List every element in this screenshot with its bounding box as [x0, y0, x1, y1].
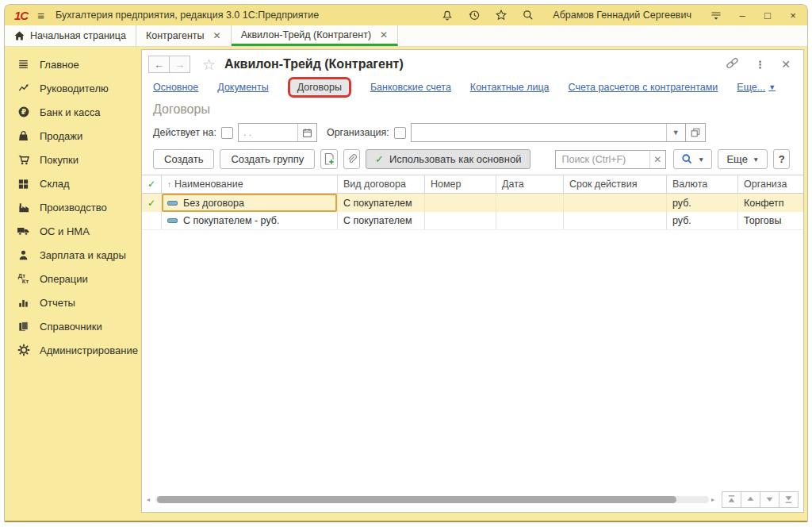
sidebar-item-administration[interactable]: Администрирование [5, 338, 133, 362]
sidebar-item-label: Зарплата и кадры [40, 249, 126, 261]
sidebar-item-main[interactable]: Главное [5, 52, 133, 76]
cell-name[interactable]: С покупателем - руб. [162, 212, 338, 229]
sidebar-item-purchases[interactable]: Покупки [5, 148, 133, 171]
cell-number[interactable] [425, 194, 496, 212]
cell-organization[interactable]: Конфетп [738, 194, 804, 212]
sidebar-item-bank-cash[interactable]: ₽ Банк и касса [5, 100, 133, 124]
previous-page-button[interactable] [741, 491, 760, 508]
sidebar-item-sales[interactable]: Продажи [5, 124, 133, 148]
sidebar-item-fixed-assets[interactable]: ОС и НМА [5, 219, 133, 243]
global-search-icon[interactable] [521, 8, 535, 22]
cell-organization[interactable]: Торговы [738, 212, 804, 229]
sidebar-item-reports[interactable]: Отчеты [5, 290, 133, 314]
cell-currency[interactable]: руб. [667, 194, 738, 212]
more-actions-kebab-icon[interactable]: ⋮ [755, 59, 765, 71]
navlink-bank-accounts[interactable]: Банковские счета [370, 82, 451, 93]
truck-icon [17, 225, 30, 237]
table-row[interactable]: С покупателем - руб. С покупателем руб. … [142, 212, 803, 230]
choose-from-list-icon[interactable] [685, 123, 706, 142]
attachments-paperclip-button[interactable] [343, 149, 360, 169]
sidebar-item-label: Руководителю [40, 83, 109, 94]
minimize-button[interactable]: – [736, 10, 749, 21]
tab-strip: Начальная страница Контрагенты ✕ Аквилон… [5, 25, 807, 47]
valid-on-date-input[interactable] [239, 124, 297, 141]
scrollbar-thumb[interactable] [157, 496, 676, 503]
calendar-icon[interactable] [297, 124, 316, 141]
clear-search-icon[interactable]: ✕ [649, 151, 665, 168]
column-header-organization[interactable]: Организа [738, 175, 804, 194]
column-header-currency[interactable]: Валюта [667, 175, 738, 194]
search-input[interactable] [556, 151, 649, 168]
navlink-settlement-accounts[interactable]: Счета расчетов с контрагентами [569, 82, 718, 93]
table-row[interactable]: ✓ Без договора С покупателем руб. Конфет… [142, 194, 803, 212]
go-to-last-button[interactable] [779, 491, 799, 508]
favorite-star-icon[interactable]: ☆ [202, 57, 216, 72]
navlink-more[interactable]: Еще... ▼ [737, 82, 776, 93]
cell-kind[interactable]: С покупателем [338, 194, 425, 212]
navlink-contracts-highlighted[interactable]: Договоры [288, 77, 351, 98]
window-title: Бухгалтерия предприятия, редакция 3.0 1С… [56, 10, 319, 21]
close-form-icon[interactable]: ✕ [781, 58, 791, 71]
back-button[interactable]: ← [148, 56, 170, 73]
maximize-button[interactable]: □ [761, 10, 774, 21]
cell-name-selected[interactable]: Без договора [162, 194, 338, 212]
forward-button[interactable]: → [169, 56, 190, 73]
history-icon[interactable] [467, 8, 481, 22]
find-button[interactable]: ▼ [673, 149, 712, 169]
sidebar-item-operations[interactable]: ДтКт Операции [5, 267, 133, 290]
sidebar-item-salary-hr[interactable]: Зарплата и кадры [5, 243, 133, 267]
tab-close-icon[interactable]: ✕ [380, 29, 388, 40]
favorites-star-icon[interactable] [494, 8, 508, 22]
cell-number[interactable] [425, 212, 496, 229]
column-header-date[interactable]: Дата [496, 175, 564, 194]
tab-akvilon-trade[interactable]: Аквилон-Трейд (Контрагент) ✕ [232, 25, 399, 46]
service-settings-icon[interactable] [709, 8, 723, 22]
scroll-right-icon[interactable]: ▸ [711, 496, 718, 503]
column-header-number[interactable]: Номер [425, 175, 496, 194]
organization-input[interactable] [412, 124, 666, 141]
main-flag-column-header[interactable]: ✓ [142, 175, 162, 194]
tab-close-icon[interactable]: ✕ [213, 30, 221, 41]
sidebar-item-label: Операции [40, 273, 88, 285]
valid-on-checkbox[interactable] [221, 127, 233, 139]
cell-term[interactable] [564, 212, 667, 229]
notifications-bell-icon[interactable] [440, 8, 454, 22]
sidebar-item-warehouse[interactable]: Склад [5, 171, 133, 195]
create-group-button[interactable]: Создать группу [220, 149, 315, 169]
scroll-left-icon[interactable]: ◂ [147, 496, 153, 503]
navlink-main[interactable]: Основное [153, 82, 198, 93]
cell-currency[interactable]: руб. [667, 212, 738, 229]
main-menu-icon[interactable]: ≡ [37, 9, 44, 22]
svg-text:₽: ₽ [21, 108, 25, 116]
close-window-button[interactable]: × [787, 10, 799, 21]
help-button[interactable]: ? [773, 149, 790, 169]
tab-home[interactable]: Начальная страница [5, 25, 136, 46]
filters-row: Действует на: Организация: ▼ [142, 123, 803, 149]
column-header-name[interactable]: ↑Наименование [162, 175, 338, 194]
use-as-main-toggle[interactable]: ✓ Использовать как основной [366, 149, 530, 169]
current-user[interactable]: Абрамов Геннадий Сергеевич [553, 10, 691, 21]
combo-dropdown-icon[interactable]: ▼ [666, 124, 685, 141]
factory-icon [17, 201, 30, 213]
go-to-first-button[interactable] [722, 491, 741, 508]
sidebar-item-manager[interactable]: Руководителю [5, 76, 133, 100]
cell-kind[interactable]: С покупателем [338, 212, 425, 229]
cell-date[interactable] [496, 212, 564, 229]
content-panel: ← → ☆ Аквилон-Трейд (Контрагент) ⋮ ✕ Осн… [141, 49, 804, 513]
navlink-documents[interactable]: Документы [217, 82, 268, 93]
sidebar-item-directories[interactable]: Справочники [5, 314, 133, 338]
cell-date[interactable] [496, 194, 564, 212]
next-page-button[interactable] [760, 491, 779, 508]
cell-term[interactable] [564, 194, 667, 212]
organization-checkbox[interactable] [394, 127, 406, 139]
horizontal-scrollbar[interactable] [155, 496, 709, 503]
copy-item-button[interactable] [320, 149, 337, 169]
column-header-kind[interactable]: Вид договора [338, 175, 425, 194]
sidebar-item-production[interactable]: Производство [5, 195, 133, 219]
get-link-icon[interactable] [726, 57, 739, 72]
tab-kontragenty[interactable]: Контрагенты ✕ [136, 25, 232, 46]
column-header-term[interactable]: Срок действия [564, 175, 667, 194]
create-button[interactable]: Создать [153, 149, 214, 169]
navlink-contact-persons[interactable]: Контактные лица [470, 82, 550, 93]
more-button[interactable]: Еще ▼ [718, 149, 768, 169]
